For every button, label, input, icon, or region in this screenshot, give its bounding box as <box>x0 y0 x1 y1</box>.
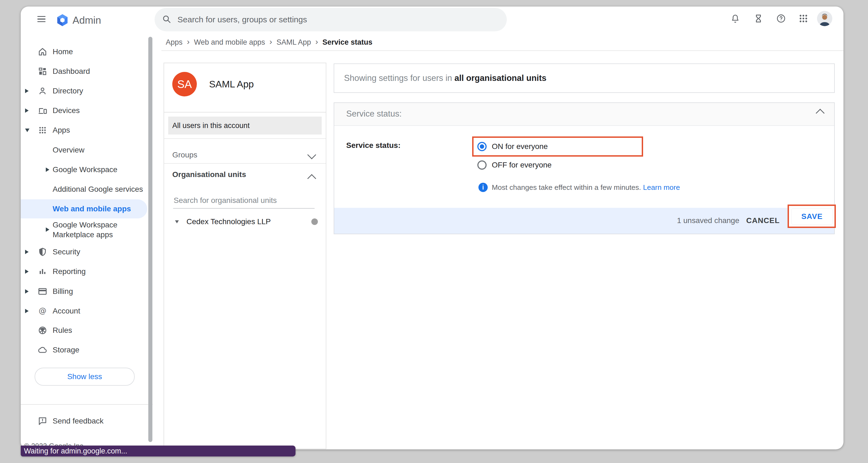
sidebar-item-label: Overview <box>53 140 85 160</box>
sidebar-item-label: Storage <box>53 340 79 360</box>
radio-off-label[interactable]: OFF for everyone <box>492 160 552 170</box>
radio-on-for-everyone[interactable] <box>477 142 487 151</box>
sidebar-item-label: Apps <box>53 121 70 140</box>
sidebar-item-label: Billing <box>53 282 73 301</box>
google-admin-logo-icon <box>56 13 69 27</box>
org-units-search-input[interactable] <box>173 195 315 209</box>
sidebar-item-overview[interactable]: Overview <box>21 140 149 160</box>
unsaved-changes-text: 1 unsaved change <box>677 216 739 225</box>
sidebar-item-label: Additional Google services <box>53 180 143 199</box>
org-unit-status-dot <box>311 219 318 225</box>
sidebar-item-web-and-mobile-apps[interactable]: Web and mobile apps <box>21 199 149 219</box>
chevron-up-icon[interactable] <box>307 174 316 183</box>
product-title: Admin <box>72 14 101 26</box>
scope-banner: Showing settings for users in all organi… <box>334 63 835 93</box>
sidebar-item-reporting[interactable]: Reporting <box>21 262 149 281</box>
show-less-button[interactable]: Show less <box>35 368 135 386</box>
send-feedback-button[interactable]: Send feedback <box>21 411 149 431</box>
service-status-field-label: Service status: <box>346 141 400 150</box>
chevron-down-icon[interactable] <box>307 150 316 159</box>
breadcrumb-separator: › <box>315 37 318 46</box>
tasks-hourglass-icon[interactable] <box>752 12 765 25</box>
panel-divider <box>164 138 326 139</box>
expand-arrow-icon[interactable] <box>46 227 49 232</box>
radio-on-label[interactable]: ON for everyone <box>492 142 548 151</box>
sidebar-item-billing[interactable]: Billing <box>21 282 149 301</box>
org-unit-row[interactable]: Cedex Technologies LLP <box>175 216 271 228</box>
sidebar-item-label: Directory <box>53 81 83 100</box>
sidebar-item-label: Google Workspace Marketplace apps <box>53 220 129 240</box>
devices-icon <box>38 106 48 115</box>
collapse-section-icon[interactable] <box>816 109 825 118</box>
org-unit-name: Cedex Technologies LLP <box>186 217 271 226</box>
sidebar-item-apps[interactable]: Apps <box>21 121 149 140</box>
service-status-section-header[interactable]: Service status: <box>334 103 834 126</box>
expand-arrow-icon[interactable] <box>25 289 29 294</box>
sidebar-item-rules[interactable]: Rules <box>21 321 149 340</box>
breadcrumb-link[interactable]: Apps <box>166 38 183 46</box>
scope-prefix: Showing settings for users in <box>344 73 455 83</box>
annotation-highlight-save: SAVE <box>787 204 836 228</box>
sidebar-item-account[interactable]: @Account <box>21 301 149 321</box>
groups-label: Groups <box>172 151 197 159</box>
sidebar-scrollbar[interactable] <box>148 37 152 442</box>
radio-off-for-everyone[interactable] <box>477 160 487 170</box>
org-units-label: Organisational units <box>172 170 246 179</box>
sidebar-item-storage[interactable]: Storage <box>21 340 149 360</box>
expand-arrow-icon[interactable] <box>25 309 29 313</box>
sidebar-item-google-workspace[interactable]: Google Workspace <box>21 160 149 179</box>
expand-arrow-icon[interactable] <box>46 167 49 172</box>
chart-icon <box>38 267 48 276</box>
sidebar-item-label: Web and mobile apps <box>53 199 131 219</box>
apps-icon <box>38 125 48 135</box>
search-input[interactable] <box>177 15 507 25</box>
sidebar-item-dashboard[interactable]: Dashboard <box>21 62 149 81</box>
org-units-section-toggle[interactable]: Organisational units <box>172 166 246 183</box>
sidebar-item-home[interactable]: Home <box>21 42 149 61</box>
help-icon[interactable] <box>774 12 787 25</box>
send-feedback-label: Send feedback <box>53 411 103 431</box>
sidebar-divider <box>21 404 153 405</box>
cloud-icon <box>38 345 48 355</box>
app-avatar: SA <box>172 72 197 96</box>
sidebar-item-label: Reporting <box>53 262 86 281</box>
section-title: Service status: <box>346 109 402 119</box>
admin-console-window: Admin <box>21 6 843 450</box>
at-icon: @ <box>38 306 48 316</box>
groups-section-toggle[interactable]: Groups <box>172 146 197 163</box>
sidebar-item-additional-google-services[interactable]: Additional Google services <box>21 180 149 199</box>
user-avatar[interactable] <box>817 11 832 26</box>
breadcrumb-link[interactable]: SAML App <box>276 38 311 46</box>
sidebar-item-label: Account <box>53 301 80 321</box>
expand-arrow-icon[interactable] <box>25 108 29 113</box>
expand-arrow-icon[interactable] <box>25 89 29 93</box>
scope-target: all organisational units <box>455 73 547 83</box>
expand-arrow-icon[interactable] <box>25 250 29 254</box>
expand-org-icon[interactable] <box>175 220 179 223</box>
breadcrumb-link[interactable]: Web and mobile apps <box>194 38 265 46</box>
sidebar-item-label: Rules <box>53 321 72 340</box>
expand-arrow-icon[interactable] <box>25 269 29 274</box>
sidebar-item-directory[interactable]: Directory <box>21 81 149 100</box>
search-icon <box>162 14 172 25</box>
sidebar-item-label: Security <box>53 242 80 261</box>
cancel-button[interactable]: CANCEL <box>746 216 780 225</box>
all-users-scope-item[interactable]: All users in this account <box>168 117 322 135</box>
apps-grid-icon[interactable] <box>797 12 810 25</box>
wheel-icon <box>38 326 48 335</box>
sidebar-item-label: Google Workspace <box>53 160 118 179</box>
global-search-bar[interactable] <box>155 8 507 31</box>
breadcrumb-current: Service status <box>322 38 372 46</box>
sidebar-item-security[interactable]: Security <box>21 242 149 261</box>
sidebar-item-google-workspace-marketplace-apps[interactable]: Google Workspace Marketplace apps <box>21 218 149 241</box>
sidebar-item-devices[interactable]: Devices <box>21 101 149 120</box>
learn-more-link[interactable]: Learn more <box>643 183 680 192</box>
breadcrumb-divider <box>161 51 843 51</box>
notifications-icon[interactable] <box>729 12 742 25</box>
collapse-arrow-icon[interactable] <box>25 129 29 132</box>
hamburger-menu-icon[interactable] <box>35 12 48 26</box>
sidebar-item-label: Home <box>53 42 73 61</box>
app-header: SA SAML App <box>164 63 326 112</box>
home-icon <box>38 47 48 57</box>
save-button[interactable]: SAVE <box>792 208 833 225</box>
